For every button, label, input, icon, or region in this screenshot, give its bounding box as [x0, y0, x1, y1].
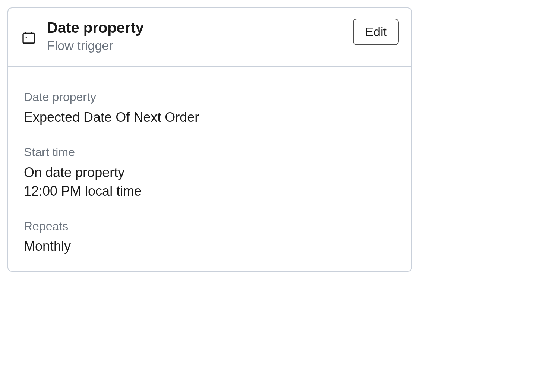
field-label: Date property	[24, 89, 396, 105]
field-label: Start time	[24, 145, 396, 160]
calendar-icon	[21, 30, 37, 45]
svg-point-3	[26, 37, 27, 38]
field-value: 12:00 PM local time	[24, 182, 396, 200]
card-subtitle: Flow trigger	[47, 37, 353, 54]
svg-rect-0	[23, 33, 34, 43]
field-value: Monthly	[24, 237, 396, 256]
field-value: On date property	[24, 163, 396, 182]
field-start-time: Start time On date property 12:00 PM loc…	[24, 145, 396, 200]
card-title: Date property	[47, 19, 353, 37]
field-date-property: Date property Expected Date Of Next Orde…	[24, 89, 396, 127]
field-label: Repeats	[24, 219, 396, 234]
field-value: Expected Date Of Next Order	[24, 108, 396, 127]
trigger-card: Date property Flow trigger Edit Date pro…	[7, 7, 412, 272]
edit-button[interactable]: Edit	[353, 19, 399, 45]
field-repeats: Repeats Monthly	[24, 219, 396, 256]
header-text: Date property Flow trigger	[47, 19, 353, 54]
card-header: Date property Flow trigger Edit	[8, 8, 411, 67]
card-body: Date property Expected Date Of Next Orde…	[8, 67, 411, 271]
